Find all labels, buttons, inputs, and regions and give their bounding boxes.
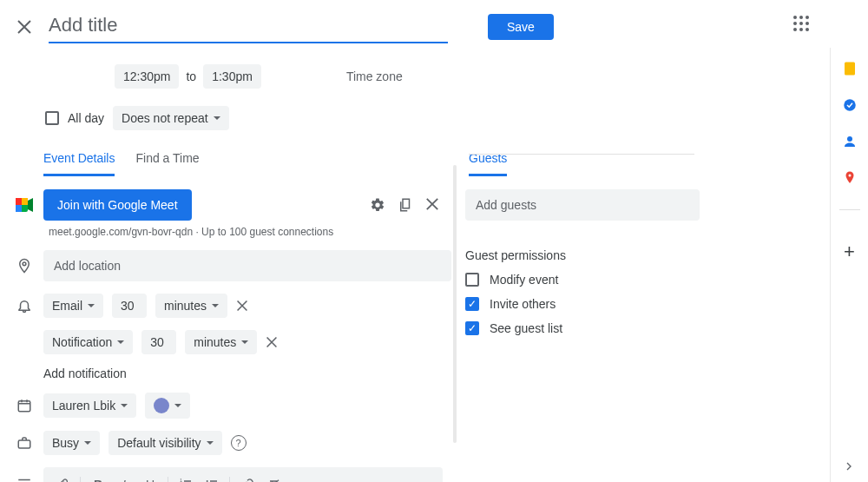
chevron-down-icon (207, 441, 214, 445)
svg-rect-1 (16, 198, 22, 205)
chevron-down-icon (88, 304, 95, 307)
column-divider (453, 165, 457, 443)
see-guest-list-label: See guest list (490, 321, 562, 335)
svg-rect-14 (845, 63, 855, 76)
help-icon[interactable]: ? (231, 435, 247, 451)
location-input[interactable] (43, 250, 451, 281)
guests-underline (469, 154, 694, 155)
svg-point-15 (844, 99, 856, 111)
keep-icon[interactable] (841, 60, 858, 77)
calendar-color-dropdown[interactable] (145, 393, 190, 419)
side-divider (839, 209, 860, 210)
invite-others-checkbox[interactable] (465, 297, 479, 311)
tab-find-time[interactable]: Find a Time (135, 151, 199, 176)
add-notification-link[interactable]: Add notification (43, 366, 451, 380)
copy-icon[interactable] (398, 197, 413, 213)
add-guests-input[interactable] (465, 189, 700, 221)
notif-method-1[interactable]: Email (43, 294, 103, 318)
repeat-dropdown[interactable]: Does not repeat (113, 106, 229, 130)
modify-event-label: Modify event (490, 273, 558, 287)
notif-unit-2[interactable]: minutes (185, 330, 257, 354)
briefcase-icon (14, 435, 35, 451)
location-icon (14, 258, 35, 274)
modify-event-checkbox[interactable] (465, 273, 479, 287)
notif-value-2[interactable]: 30 (141, 330, 176, 354)
svg-rect-6 (18, 401, 30, 412)
svg-point-16 (847, 136, 852, 142)
maps-icon[interactable] (841, 169, 858, 187)
close-icon[interactable] (14, 17, 35, 37)
svg-point-5 (23, 262, 26, 266)
repeat-label: Does not repeat (122, 111, 208, 125)
google-apps-icon[interactable] (793, 16, 814, 36)
svg-rect-7 (18, 440, 30, 448)
tab-event-details[interactable]: Event Details (43, 151, 115, 176)
chevron-down-icon (121, 404, 128, 407)
visibility-dropdown[interactable]: Default visibility (108, 431, 221, 455)
bullet-list-icon[interactable] (200, 472, 224, 482)
notification-bell-icon (14, 298, 35, 314)
join-meet-button[interactable]: Join with Google Meet (43, 189, 192, 221)
chevron-down-icon (214, 116, 220, 120)
meet-icon (14, 198, 35, 212)
save-button[interactable]: Save (488, 14, 554, 40)
allday-label: All day (68, 111, 104, 125)
calendar-color-swatch (154, 398, 169, 413)
chevron-down-icon (117, 340, 124, 344)
description-icon (14, 476, 35, 482)
chevron-down-icon (212, 304, 219, 307)
numbered-list-icon[interactable]: 123 (174, 472, 198, 482)
tab-guests[interactable]: Guests (469, 151, 507, 176)
notif-method-2[interactable]: Notification (43, 330, 133, 354)
svg-marker-4 (28, 198, 33, 212)
calendar-icon (14, 398, 35, 413)
chevron-down-icon (241, 340, 248, 344)
chevron-down-icon (84, 441, 91, 445)
link-icon[interactable] (235, 472, 260, 482)
allday-checkbox[interactable] (45, 111, 59, 125)
add-addon-icon[interactable]: + (841, 243, 858, 261)
collapse-side-icon[interactable] (842, 459, 856, 473)
italic-icon[interactable]: I (112, 472, 136, 482)
notif-unit-1[interactable]: minutes (155, 294, 227, 318)
remove-meet-icon[interactable] (425, 197, 439, 213)
calendar-owner-dropdown[interactable]: Lauren Lbik (43, 393, 136, 418)
tasks-icon[interactable] (841, 96, 858, 114)
svg-point-17 (848, 175, 851, 177)
end-time[interactable]: 1:30pm (203, 64, 261, 89)
svg-rect-3 (16, 205, 22, 212)
meet-subtext: meet.google.com/gvn-bovr-qdn · Up to 100… (49, 226, 451, 238)
guest-permissions-title: Guest permissions (465, 248, 700, 262)
remove-notif-2[interactable] (266, 336, 278, 348)
side-panel: + (830, 48, 868, 482)
to-label: to (186, 69, 196, 83)
chevron-down-icon (174, 404, 181, 407)
remove-notif-1[interactable] (236, 300, 248, 312)
contacts-icon[interactable] (841, 133, 858, 150)
notif-value-1[interactable]: 30 (112, 294, 147, 318)
svg-text:1: 1 (180, 479, 182, 482)
title-input[interactable] (49, 10, 448, 43)
invite-others-label: Invite others (490, 297, 556, 311)
description-toolbar: B I U 123 (43, 467, 443, 482)
see-guest-list-checkbox[interactable] (465, 321, 479, 335)
clear-format-icon[interactable] (261, 472, 286, 482)
svg-rect-2 (22, 198, 28, 205)
busy-dropdown[interactable]: Busy (43, 431, 100, 455)
bold-icon[interactable]: B (86, 472, 110, 482)
start-time[interactable]: 12:30pm (115, 64, 179, 89)
meet-settings-icon[interactable] (370, 197, 385, 213)
underline-icon[interactable]: U (138, 472, 162, 482)
timezone-link[interactable]: Time zone (346, 69, 403, 83)
attach-icon[interactable] (50, 472, 75, 482)
